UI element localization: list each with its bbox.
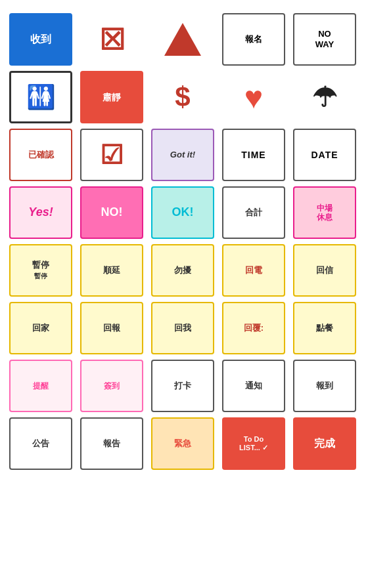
sticker-done[interactable]: 完成 [293, 417, 356, 470]
sticker-checkbox[interactable]: ☑ [80, 129, 143, 181]
sticker-no[interactable]: NO! [80, 186, 143, 239]
sticker-callback[interactable]: 回電 [222, 244, 285, 297]
sticker-gotit[interactable]: Got it! [151, 129, 214, 181]
sticker-umbrella[interactable]: ☂ [293, 71, 356, 123]
sticker-total[interactable]: 合計 [222, 186, 285, 239]
sticker-sign-in[interactable]: 簽到 [80, 360, 143, 412]
sticker-report-back[interactable]: 回報 [80, 302, 143, 354]
sticker-received[interactable]: 收到 [9, 13, 72, 66]
sticker-report[interactable]: 報告 [80, 417, 143, 470]
sticker-persons[interactable]: 🚻 [9, 71, 72, 123]
sticker-x-box[interactable]: ☒ [80, 13, 143, 66]
sticker-time[interactable]: TIME [222, 129, 285, 181]
sticker-dollar[interactable]: $ [151, 71, 214, 123]
sticker-pause[interactable]: 暫停暫停 [9, 244, 72, 297]
sticker-postpone[interactable]: 順延 [80, 244, 143, 297]
sticker-quiet[interactable]: 肅靜 [80, 71, 143, 123]
sticker-date[interactable]: DATE [293, 129, 356, 181]
sticker-arrival[interactable]: 報到 [293, 360, 356, 412]
sticker-heart[interactable]: ♥ [222, 71, 285, 123]
sticker-order-food[interactable]: 點餐 [293, 302, 356, 354]
sticker-urgent[interactable]: 緊急 [151, 417, 214, 470]
sticker-go-home[interactable]: 回家 [9, 302, 72, 354]
sticker-reply-colon[interactable]: 回覆: [222, 302, 285, 354]
sticker-noway[interactable]: NO WAY [293, 13, 356, 66]
sticker-confirmed[interactable]: 已確認 [9, 129, 72, 181]
sticker-triangle[interactable] [151, 13, 214, 66]
sticker-clock-in[interactable]: 打卡 [151, 360, 214, 412]
sticker-announcement[interactable]: 公告 [9, 417, 72, 470]
sticker-grid: 收到 ☒ 報名 NO WAY 🚻 肅靜 $ ♥ ☂ 已確認 ☑ Got it! … [3, 7, 365, 476]
sticker-todo-list[interactable]: To DoLIST... ✓ [222, 417, 285, 470]
sticker-remind[interactable]: 提醒 [9, 360, 72, 412]
sticker-break[interactable]: 中場 休息 [293, 186, 356, 239]
sticker-dnd[interactable]: 勿擾 [151, 244, 214, 297]
sticker-notify[interactable]: 通知 [222, 360, 285, 412]
sticker-ok[interactable]: OK! [151, 186, 214, 239]
sticker-yes[interactable]: Yes! [9, 186, 72, 239]
sticker-signup[interactable]: 報名 [222, 13, 285, 66]
sticker-reply-me[interactable]: 回我 [151, 302, 214, 354]
sticker-reply-letter[interactable]: 回信 [293, 244, 356, 297]
